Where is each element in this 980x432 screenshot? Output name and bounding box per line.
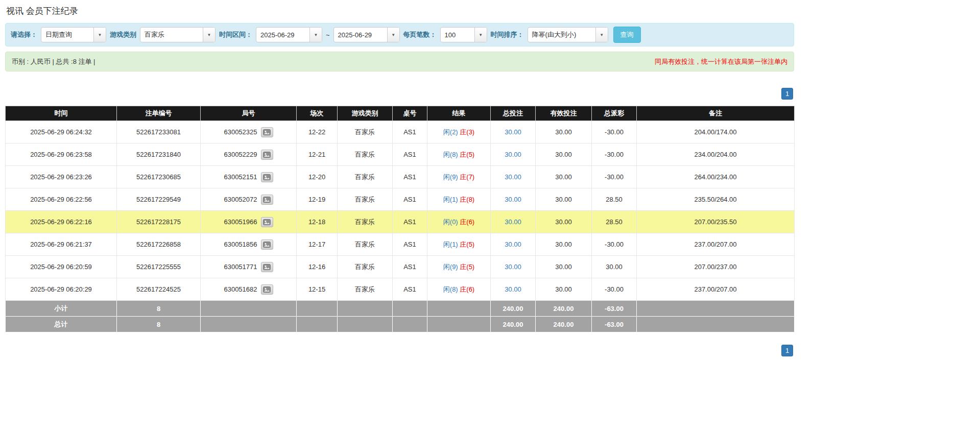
- subtotal-count: 8: [117, 301, 201, 317]
- cell-bet-id: 522617230685: [117, 166, 201, 188]
- cell-game-type: 百家乐: [338, 211, 393, 233]
- table-row: 2025-06-29 06:22:56522617229549630052072…: [6, 188, 795, 211]
- query-type-label: 请选择：: [11, 30, 37, 39]
- subtotal-payout: -63.00: [592, 301, 637, 317]
- cell-payout: -30.00: [592, 121, 637, 143]
- round-id-text: 630052151: [224, 173, 257, 181]
- cell-game-type: 百家乐: [338, 256, 393, 278]
- round-video-icon[interactable]: [261, 217, 273, 227]
- total-bet-link[interactable]: 30.00: [505, 241, 521, 248]
- result-banker: 庄(5): [460, 151, 474, 158]
- cell-valid-bet: 30.00: [536, 166, 592, 188]
- pagination-bottom: 1: [5, 345, 793, 356]
- game-type-value: 百家乐: [140, 30, 203, 39]
- date-from-select[interactable]: 2025-06-29 ▼: [256, 27, 322, 42]
- total-bet-link[interactable]: 30.00: [505, 263, 521, 271]
- table-row: 2025-06-29 06:22:16522617228175630051966…: [6, 211, 795, 233]
- round-video-icon[interactable]: [261, 127, 273, 137]
- page-size-label: 每页笔数：: [403, 30, 437, 39]
- table-row: 2025-06-29 06:23:26522617230685630052151…: [6, 166, 795, 188]
- sort-order-label: 时间排序：: [491, 30, 524, 39]
- page-button-1[interactable]: 1: [781, 345, 793, 356]
- cell-remark: 234.00/204.00: [637, 143, 795, 166]
- valid-bet-note: 同局有效投注，统一计算在该局第一张注单内: [655, 57, 787, 66]
- result-player: 闲(9): [443, 263, 458, 271]
- page-button-1[interactable]: 1: [781, 88, 793, 100]
- total-payout: -63.00: [592, 317, 637, 332]
- result-player: 闲(1): [443, 196, 458, 203]
- records-table: 时间 注单编号 局号 场次 游戏类别 桌号 结果 总投注 有效投注 总派彩 备注…: [5, 106, 795, 332]
- subtotal-total-bet: 240.00: [491, 301, 536, 317]
- cell-time: 2025-06-29 06:22:56: [6, 188, 117, 211]
- result-player: 闲(8): [443, 151, 458, 158]
- table-body: 2025-06-29 06:24:32522617233081630052325…: [6, 121, 795, 301]
- table-row: 2025-06-29 06:24:32522617233081630052325…: [6, 121, 795, 143]
- result-banker: 庄(6): [460, 218, 474, 226]
- round-id-text: 630051856: [224, 241, 257, 248]
- page-size-select[interactable]: 100 ▼: [440, 27, 487, 42]
- cell-bet-id: 522617231840: [117, 143, 201, 166]
- page: 视讯 会员下注纪录 请选择： 日期查询 ▼ 游戏类别 百家乐 ▼ 时间区间： 2…: [5, 5, 794, 356]
- cell-session: 12-18: [297, 211, 338, 233]
- cell-remark: 264.00/234.00: [637, 166, 795, 188]
- total-bet-link[interactable]: 30.00: [505, 285, 521, 293]
- column-header-valid-bet: 有效投注: [536, 106, 592, 121]
- cell-valid-bet: 30.00: [536, 188, 592, 211]
- cell-table-no: AS1: [393, 188, 427, 211]
- round-video-icon[interactable]: [261, 150, 273, 160]
- search-button[interactable]: 查询: [613, 27, 641, 43]
- result-banker: 庄(7): [460, 173, 474, 181]
- total-count: 8: [117, 317, 201, 332]
- result-banker: 庄(5): [460, 241, 474, 248]
- total-bet-link[interactable]: 30.00: [505, 173, 521, 181]
- total-bet-link[interactable]: 30.00: [505, 196, 521, 203]
- total-bet-link[interactable]: 30.00: [505, 151, 521, 158]
- cell-session: 12-17: [297, 233, 338, 256]
- round-video-icon[interactable]: [261, 239, 273, 250]
- game-type-select[interactable]: 百家乐 ▼: [140, 27, 216, 42]
- cell-total-bet: 30.00: [491, 278, 536, 301]
- round-video-icon[interactable]: [261, 195, 273, 205]
- cell-bet-id: 522617224525: [117, 278, 201, 301]
- cell-round-id: 630052072: [201, 188, 297, 211]
- date-to-select[interactable]: 2025-06-29 ▼: [333, 27, 400, 42]
- cell-total-bet: 30.00: [491, 121, 536, 143]
- cell-time: 2025-06-29 06:24:32: [6, 121, 117, 143]
- cell-round-id: 630052229: [201, 143, 297, 166]
- round-video-icon[interactable]: [261, 172, 273, 182]
- query-type-select[interactable]: 日期查询 ▼: [41, 27, 106, 42]
- pagination-top: 1: [5, 88, 793, 100]
- cell-bet-id: 522617233081: [117, 121, 201, 143]
- cell-valid-bet: 30.00: [536, 211, 592, 233]
- cell-total-bet: 30.00: [491, 166, 536, 188]
- cell-game-type: 百家乐: [338, 278, 393, 301]
- cell-table-no: AS1: [393, 256, 427, 278]
- cell-session: 12-21: [297, 143, 338, 166]
- result-player: 闲(0): [443, 218, 458, 226]
- total-row: 总计 8 240.00 240.00 -63.00: [6, 317, 795, 332]
- date-range-separator: ~: [326, 31, 330, 39]
- cell-time: 2025-06-29 06:22:16: [6, 211, 117, 233]
- cell-valid-bet: 30.00: [536, 233, 592, 256]
- total-bet-link[interactable]: 30.00: [505, 128, 521, 136]
- total-bet-link[interactable]: 30.00: [505, 218, 521, 226]
- cell-table-no: AS1: [393, 278, 427, 301]
- sort-order-select[interactable]: 降幂(由大到小) ▼: [528, 27, 608, 42]
- cell-result: 闲(2) 庄(3): [427, 121, 491, 143]
- cell-payout: 30.00: [592, 256, 637, 278]
- cell-time: 2025-06-29 06:21:37: [6, 233, 117, 256]
- cell-table-no: AS1: [393, 166, 427, 188]
- cell-table-no: AS1: [393, 233, 427, 256]
- round-id-text: 630051682: [224, 285, 257, 293]
- result-player: 闲(1): [443, 241, 458, 248]
- cell-result: 闲(9) 庄(7): [427, 166, 491, 188]
- cell-table-no: AS1: [393, 121, 427, 143]
- cell-session: 12-22: [297, 121, 338, 143]
- cell-remark: 237.00/207.00: [637, 233, 795, 256]
- round-video-icon[interactable]: [261, 284, 273, 295]
- cell-session: 12-19: [297, 188, 338, 211]
- column-header-game-type: 游戏类别: [338, 106, 393, 121]
- round-video-icon[interactable]: [261, 262, 273, 272]
- cell-game-type: 百家乐: [338, 233, 393, 256]
- cell-game-type: 百家乐: [338, 121, 393, 143]
